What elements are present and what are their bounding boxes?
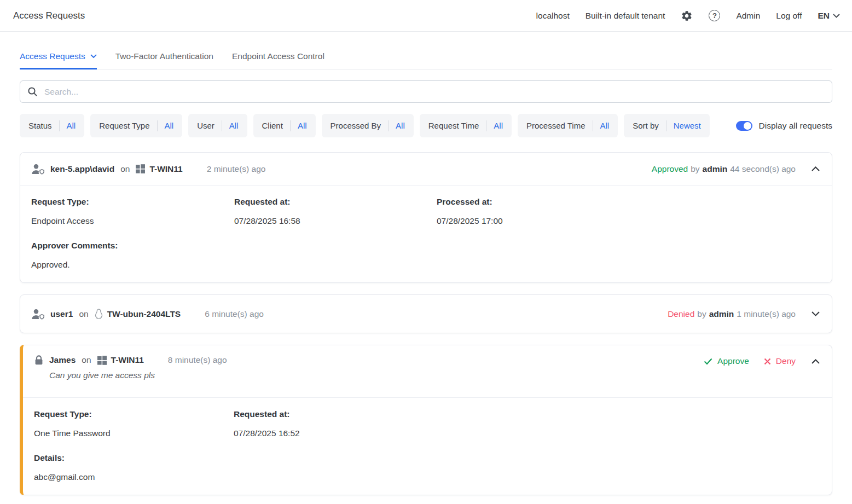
approve-label: Approve: [717, 356, 749, 366]
request-user: ken-5.app\david: [50, 164, 114, 174]
lock-icon: [34, 355, 44, 366]
field-value: One Time Password: [34, 428, 234, 438]
windows-icon: [136, 164, 145, 173]
collapse-button[interactable]: [810, 358, 821, 365]
tab-two-factor-authentication[interactable]: Two-Factor Authentication: [115, 51, 213, 69]
request-card-header[interactable]: James on T-WIN11 8 minute(s) ago: [23, 345, 832, 397]
help-button[interactable]: ?: [709, 10, 720, 21]
settings-button[interactable]: [681, 10, 693, 22]
field-label: Processed at:: [437, 197, 821, 207]
sort-by-selector[interactable]: Sort by Newest: [624, 114, 710, 137]
filter-label: Client: [262, 121, 283, 130]
filter-label: Request Type: [99, 121, 149, 130]
divider: [59, 120, 60, 131]
request-status-area: Denied by admin 1 minute(s) ago: [668, 309, 821, 319]
filter-label: Processed Time: [526, 121, 586, 130]
filter-processed-time[interactable]: Processed Time All: [518, 114, 618, 137]
divider: [222, 120, 222, 131]
chevron-down-icon: [833, 14, 840, 18]
divider: [593, 120, 593, 131]
search-bar: [20, 80, 832, 103]
filter-processed-by[interactable]: Processed By All: [322, 114, 414, 137]
filter-label: Processed By: [331, 121, 381, 130]
chevron-up-icon: [812, 359, 820, 364]
processed-by-user: admin: [703, 164, 728, 174]
chevron-down-icon: [812, 311, 820, 316]
request-identity: user1 on TW-ubun-2404LTS 6 minute(s) ago: [31, 309, 264, 320]
request-card-header[interactable]: ken-5.app\david on T-WIN11 2 minute(s) a…: [20, 153, 832, 185]
deny-button[interactable]: Deny: [764, 356, 796, 366]
field-label: Requested at:: [234, 409, 821, 419]
field-label: Request Type:: [34, 409, 234, 419]
field-request-type: Request Type: One Time Password: [34, 409, 234, 438]
divider: [290, 120, 291, 131]
request-time-ago: 2 minute(s) ago: [207, 164, 266, 174]
tab-label: Endpoint Access Control: [232, 51, 324, 61]
field-processed-at: Processed at: 07/28/2025 17:00: [437, 197, 821, 226]
request-fields: Request Type: Endpoint Access Requested …: [31, 197, 821, 226]
processed-by-user: admin: [709, 309, 734, 319]
field-approver-comments: Approver Comments: Approved.: [31, 241, 821, 270]
on-word: on: [120, 164, 130, 174]
divider: [388, 120, 389, 131]
filter-value: All: [229, 121, 239, 130]
language-selector[interactable]: EN: [818, 11, 840, 21]
person-badge-icon: [31, 309, 45, 320]
status-denied: Denied: [668, 309, 694, 319]
main-content: Access Requests Two-Factor Authenticatio…: [0, 51, 852, 504]
divider: [486, 120, 486, 131]
person-badge-icon: [31, 164, 45, 175]
field-value: 07/28/2025 17:00: [437, 216, 821, 226]
request-actions: Approve Deny: [704, 356, 821, 366]
tenant-label: Built-in default tenant: [586, 11, 665, 21]
filter-request-type[interactable]: Request Type All: [90, 114, 182, 137]
request-identity: ken-5.app\david on T-WIN11 2 minute(s) a…: [31, 164, 265, 175]
field-label: Request Type:: [31, 197, 234, 207]
processed-ago: 1 minute(s) ago: [737, 309, 796, 319]
display-all-requests-toggle[interactable]: [736, 121, 752, 131]
approve-button[interactable]: Approve: [704, 356, 749, 366]
request-status-area: Approved by admin 44 second(s) ago: [652, 164, 821, 174]
request-time-ago: 8 minute(s) ago: [168, 355, 227, 365]
toggle-knob: [744, 122, 751, 130]
filter-client[interactable]: Client All: [253, 114, 316, 137]
filter-label: Request Time: [428, 121, 479, 130]
filter-status[interactable]: Status All: [20, 114, 84, 137]
tab-label: Two-Factor Authentication: [115, 51, 213, 61]
filter-user[interactable]: User All: [188, 114, 247, 137]
expand-button[interactable]: [810, 310, 821, 317]
collapse-button[interactable]: [810, 165, 821, 172]
field-details: Details: abc@gmail.com: [34, 453, 821, 482]
log-off-button[interactable]: Log off: [776, 11, 802, 21]
filter-label: User: [197, 121, 215, 130]
by-word: by: [691, 164, 699, 174]
field-label: Details:: [34, 453, 821, 463]
help-icon: ?: [709, 10, 720, 21]
request-card-body: Request Type: Endpoint Access Requested …: [20, 186, 832, 282]
account-menu[interactable]: Admin: [736, 11, 760, 21]
tab-endpoint-access-control[interactable]: Endpoint Access Control: [232, 51, 324, 69]
filter-value: All: [165, 121, 174, 130]
filter-value: All: [494, 121, 503, 130]
tab-access-requests[interactable]: Access Requests: [20, 51, 97, 69]
field-value: 07/28/2025 16:58: [234, 216, 437, 226]
field-value: 07/28/2025 16:52: [234, 428, 821, 438]
linux-icon: [95, 309, 103, 319]
host-label: localhost: [536, 11, 570, 21]
request-card-header[interactable]: user1 on TW-ubun-2404LTS 6 minute(s) ago…: [20, 295, 832, 333]
search-input[interactable]: [43, 86, 825, 97]
filter-value: All: [67, 121, 76, 130]
field-value: abc@gmail.com: [34, 472, 821, 482]
requester-comment: Can you give me access pls: [49, 370, 227, 380]
tab-bar: Access Requests Two-Factor Authenticatio…: [20, 51, 832, 69]
request-card-denied: user1 on TW-ubun-2404LTS 6 minute(s) ago…: [20, 294, 832, 333]
request-card-body: Request Type: One Time Password Requeste…: [23, 398, 832, 495]
request-host: T-WIN11: [111, 355, 144, 365]
filter-request-time[interactable]: Request Time All: [420, 114, 512, 137]
filter-label: Status: [28, 121, 52, 130]
check-icon: [704, 358, 712, 365]
request-card-approved: ken-5.app\david on T-WIN11 2 minute(s) a…: [20, 152, 832, 283]
on-word: on: [79, 309, 88, 319]
tab-label: Access Requests: [20, 51, 85, 61]
field-value: Endpoint Access: [31, 216, 234, 226]
